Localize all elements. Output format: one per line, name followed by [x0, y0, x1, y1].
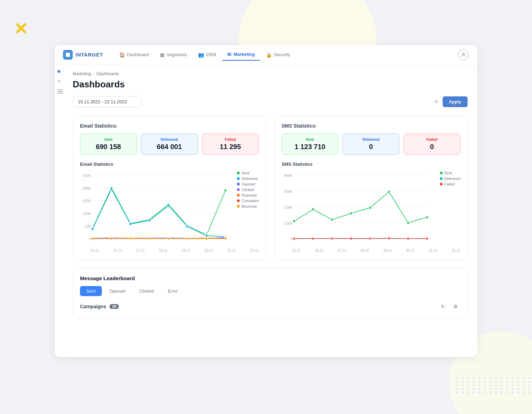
- nav-item-segments[interactable]: ▦Segments: [155, 49, 192, 61]
- svg-point-22: [91, 228, 94, 230]
- leaderboard-title: Message Leaderboard: [80, 275, 460, 281]
- email-chart-x-axis: 15.1116.1117.1118.1119.1120.1121.1122.11: [80, 247, 259, 252]
- svg-point-69: [224, 237, 227, 240]
- settings-icon[interactable]: ⚙: [451, 302, 460, 311]
- x-logo: ✕: [14, 21, 28, 37]
- email-failed-value: 11 295: [207, 143, 254, 151]
- lb-tab-clicked[interactable]: Clicked: [133, 286, 160, 296]
- x-label: 20.11: [204, 249, 213, 252]
- date-row: ✕ Apply: [73, 96, 468, 107]
- svg-point-80: [293, 220, 295, 222]
- svg-point-66: [167, 237, 170, 240]
- leaderboard-tabs: SentOpenedClickedError: [80, 286, 460, 296]
- svg-point-24: [129, 223, 132, 225]
- x-label: 16.11: [315, 249, 323, 252]
- svg-point-23: [110, 188, 113, 190]
- x-label: 22.11: [452, 249, 460, 252]
- legend-item-clicked: Clicked: [237, 188, 259, 192]
- sidebar-indicators: [55, 64, 66, 99]
- navbar-right: [458, 49, 469, 60]
- svg-text:150k: 150k: [83, 199, 91, 203]
- sms-legend-item-delivered: Delivered: [440, 176, 460, 181]
- breadcrumb-separator: ›: [93, 71, 95, 76]
- sms-failed-label: Failed: [409, 137, 455, 141]
- legend-dot: [237, 205, 240, 208]
- svg-point-26: [167, 205, 170, 207]
- email-sent-card: Sent 690 158: [80, 133, 137, 155]
- legend-dot: [237, 188, 240, 191]
- security-nav-icon: 🔒: [266, 52, 272, 58]
- x-label: 20.11: [406, 249, 415, 252]
- sms-delivered-label: Delivered: [348, 137, 394, 141]
- svg-point-103: [426, 237, 428, 240]
- refresh-icon[interactable]: ↻: [438, 302, 448, 311]
- svg-point-86: [407, 222, 409, 224]
- nav-item-crm[interactable]: 👥CRM: [193, 49, 221, 61]
- leaderboard-section: Message Leaderboard SentOpenedClickedErr…: [73, 268, 468, 319]
- breadcrumb: Marketing › Dashboards: [73, 71, 468, 76]
- brand-name: INTARGET: [76, 52, 103, 58]
- svg-text:200k: 200k: [83, 186, 91, 190]
- nav-item-marketing[interactable]: ✉Marketing: [222, 49, 259, 61]
- nav-item-security[interactable]: 🔒Security: [261, 49, 295, 61]
- sms-stat-cards: Sent 1 123 710 Delivered 0 Failed 0: [282, 133, 460, 155]
- marketing-nav-icon: ✉: [227, 52, 231, 57]
- page-title: Dashboards: [73, 79, 468, 90]
- x-label: 15.11: [90, 249, 99, 252]
- sms-legend-item-failed: Failed: [440, 182, 460, 186]
- sidebar-dot-active: [57, 70, 60, 73]
- svg-text:100k: 100k: [83, 212, 91, 216]
- svg-point-101: [388, 237, 390, 240]
- svg-point-81: [312, 208, 314, 210]
- svg-rect-0: [66, 53, 70, 57]
- x-label: 22.11: [250, 249, 259, 252]
- sms-sent-label: Sent: [287, 137, 333, 141]
- svg-point-67: [186, 238, 189, 240]
- navbar: INTARGET 🏠Dashboard▦Segments👥CRM✉Marketi…: [55, 45, 477, 64]
- x-label: 19.11: [383, 249, 392, 252]
- svg-point-100: [369, 237, 371, 240]
- app-container: INTARGET 🏠Dashboard▦Segments👥CRM✉Marketi…: [55, 45, 477, 357]
- stats-grid: Email Statistics: Sent 690 158 Delivered…: [73, 116, 468, 260]
- sms-chart-x-axis: 15.1116.1117.1118.1119.1120.1121.1122.11: [282, 247, 460, 252]
- legend-dot: [440, 172, 443, 174]
- campaigns-row: Campaigns 39 ↻ ⚙: [80, 302, 460, 311]
- lb-tab-sent[interactable]: Sent: [80, 286, 102, 296]
- email-chart-legend: SentDeliveredOpenedClickedRejectedCompla…: [237, 171, 259, 208]
- date-range-input[interactable]: [73, 96, 141, 107]
- email-failed-card: Failed 11 295: [202, 133, 259, 155]
- crm-nav-icon: 👥: [198, 52, 204, 58]
- svg-point-63: [110, 237, 113, 240]
- svg-point-62: [91, 238, 94, 240]
- sms-delivered-value: 0: [348, 143, 394, 151]
- lb-tab-opened[interactable]: Opened: [103, 286, 132, 296]
- svg-point-99: [350, 237, 352, 240]
- x-label: 16.11: [113, 249, 122, 252]
- svg-point-102: [407, 237, 409, 240]
- legend-item-opened: Opened: [237, 182, 259, 186]
- svg-point-85: [388, 191, 390, 193]
- svg-point-87: [426, 216, 428, 218]
- lb-tab-error[interactable]: Error: [162, 286, 184, 296]
- sms-sent-card: Sent 1 123 710: [282, 133, 338, 155]
- svg-point-64: [129, 237, 132, 240]
- svg-point-25: [148, 219, 151, 222]
- sms-delivered-card: Delivered 0: [343, 133, 399, 155]
- email-delivered-card: Delivered 664 001: [141, 133, 198, 155]
- svg-point-68: [205, 237, 208, 240]
- legend-dot: [237, 199, 240, 202]
- email-stat-cards: Sent 690 158 Delivered 664 001 Failed 11…: [80, 133, 259, 155]
- svg-text:0: 0: [290, 237, 292, 241]
- nav-item-dashboard[interactable]: 🏠Dashboard: [114, 49, 154, 61]
- legend-dot: [237, 172, 240, 174]
- x-label: 18.11: [159, 249, 168, 252]
- sms-failed-value: 0: [409, 143, 455, 151]
- svg-point-1: [462, 53, 464, 55]
- apply-button[interactable]: Apply: [443, 96, 468, 107]
- date-clear-button[interactable]: ✕: [434, 98, 438, 105]
- x-label: 15.11: [292, 249, 301, 252]
- svg-text:0: 0: [89, 237, 91, 241]
- avatar[interactable]: [458, 49, 469, 60]
- svg-point-21: [224, 189, 227, 192]
- email-chart-title: Email Statistics: [80, 162, 259, 167]
